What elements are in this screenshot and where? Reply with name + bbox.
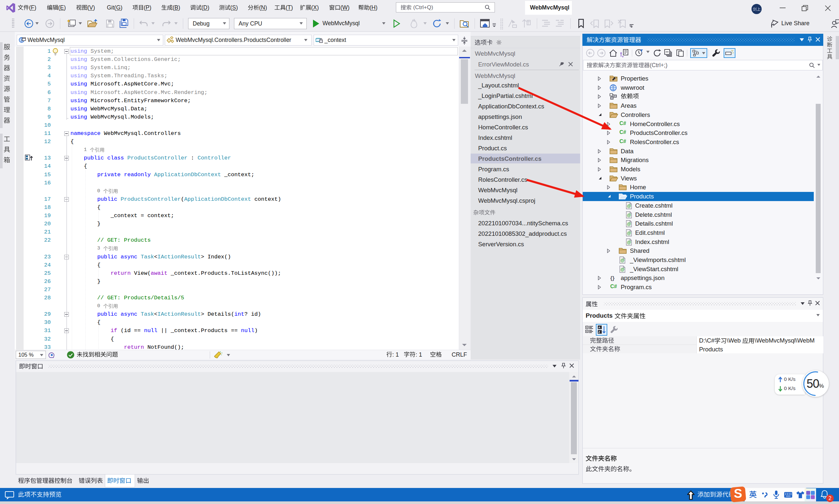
svg-text:@: @ [620,267,625,272]
svg-text:@: @ [627,240,631,245]
svg-text:Z: Z [598,330,600,334]
svg-text:A: A [598,326,601,329]
svg-text:{}: {} [610,275,615,281]
svg-text:@: @ [627,213,631,217]
svg-text:@: @ [627,221,631,226]
svg-text:@: @ [627,203,631,208]
svg-text:@: @ [627,231,631,235]
svg-text:@: @ [620,258,625,263]
